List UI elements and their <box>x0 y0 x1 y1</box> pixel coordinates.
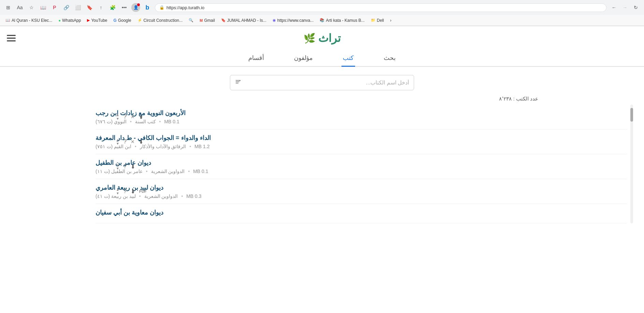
tab-authors[interactable]: مؤلفون <box>293 50 314 67</box>
search-input[interactable] <box>245 80 409 86</box>
read-mode-icon[interactable]: Aa <box>15 3 25 12</box>
extensions-icon[interactable]: 🧩 <box>108 3 117 12</box>
tab-search[interactable]: بحث <box>382 50 397 67</box>
download-button[interactable]: ⬇ <box>131 163 135 170</box>
bookmark-kamus[interactable]: 📚 Arti kata - Kamus B... <box>317 17 367 24</box>
share-icon[interactable]: ↑ <box>96 3 106 12</box>
bing-icon[interactable]: b <box>143 3 152 12</box>
up-arrow[interactable]: ▲ <box>116 188 119 191</box>
kamus-icon: 📚 <box>320 18 324 22</box>
collections-icon[interactable]: 🔗 <box>61 3 71 12</box>
browser-titlebar: ← → ↻ 🔒 https://app.turath.io ⊞ Aa ☆ 📖 P… <box>0 0 644 15</box>
tab-categories[interactable]: أقسام <box>247 50 265 67</box>
search-box-container <box>230 75 414 90</box>
book-item: ديوان عامر بن الطفيل 0.1 MB • الدواوين ا… <box>96 154 627 179</box>
circuit-icon: ⚡ <box>137 18 142 22</box>
book-item: ديوان معاوية بن أبي سفيان <box>96 204 627 223</box>
bookmark-google[interactable]: G Google <box>111 17 134 24</box>
hamburger-menu[interactable] <box>7 35 16 42</box>
back-button[interactable]: ← <box>609 3 619 12</box>
bookmark-label: JUMAL AHMAD - Is... <box>227 18 266 23</box>
page-content: تراث 🌿 بحث كتب مؤلفون أقسام <box>0 26 644 313</box>
up-down-arrows: ▲ ▼ <box>116 188 119 195</box>
bookmarks-more[interactable]: › <box>387 17 394 24</box>
download-button[interactable]: ⬇ <box>139 139 143 145</box>
search-area <box>0 67 644 94</box>
book-title[interactable]: الداء والدواء = الجواب الكافي - ط دار ال… <box>96 134 211 142</box>
bookmark-dell[interactable]: 📁 Dell <box>368 17 387 24</box>
youtube-icon: ▶ <box>87 18 90 22</box>
split-icon[interactable]: ⬜ <box>73 3 83 12</box>
bookmark-jumal[interactable]: 🔖 JUMAL AHMAD - Is... <box>218 17 269 24</box>
separator: • <box>181 193 183 199</box>
bookmark-gmail[interactable]: M Gmail <box>197 17 218 24</box>
info-button[interactable]: ? <box>123 163 127 170</box>
favorites-icon[interactable]: ☆ <box>27 3 36 12</box>
bookmark-label: Gmail <box>204 18 215 23</box>
down-arrow[interactable]: ▼ <box>116 117 119 121</box>
book-title[interactable]: ديوان معاوية بن أبي سفيان <box>96 209 163 216</box>
info-button[interactable]: ? <box>123 139 127 145</box>
nav-tabs: بحث كتب مؤلفون أقسام <box>0 50 644 67</box>
book-item-inner: الأربعون النووية مع زيادات ابن رجب 0.1 M… <box>96 109 627 124</box>
download-button[interactable]: ⬇ <box>139 114 143 120</box>
remove-button[interactable]: ✕ <box>131 139 135 144</box>
bookmark-icon[interactable]: 🔖 <box>85 3 94 12</box>
bookmarks-bar: 📖 Al Quran - KSU Elec... ● WhatsApp ▶ Yo… <box>0 15 644 26</box>
scrollbar-thumb[interactable] <box>630 108 633 122</box>
up-arrow[interactable]: ▲ <box>116 163 119 167</box>
book-meta: 0.1 MB • الدواوين الشعرية • عامر بن الطف… <box>96 169 208 174</box>
search-bookmark-icon: 🔍 <box>189 18 193 22</box>
bookmark-search[interactable]: 🔍 <box>186 17 196 24</box>
bookmark-al-quran[interactable]: 📖 Al Quran - KSU Elec... <box>3 17 55 24</box>
bookmark-whatsapp[interactable]: ● WhatsApp <box>56 17 84 24</box>
book-category: الدواوين الشعرية <box>144 193 178 199</box>
bookmark-circuit[interactable]: ⚡ Circuit Construction... <box>135 17 186 24</box>
tab-books[interactable]: كتب <box>341 50 355 67</box>
forward-button[interactable]: → <box>620 3 630 12</box>
info-button[interactable]: ? <box>123 188 127 194</box>
turath-leaf-icon: 🌿 <box>304 33 316 44</box>
bookmark-canva[interactable]: ◉ https://www.canva... <box>270 17 317 24</box>
lock-icon: 🔒 <box>159 5 164 10</box>
book-actions: ▲ ▼ ? ⬇ PDF <box>116 188 147 195</box>
profile-icon[interactable]: 👤 <box>131 3 141 12</box>
up-arrow[interactable]: ▲ <box>116 113 119 117</box>
bookmark-youtube[interactable]: ▶ YouTube <box>84 17 110 24</box>
up-arrow[interactable]: ▲ <box>116 138 119 142</box>
hamburger-line-1 <box>7 35 16 36</box>
pinterest-icon[interactable]: P <box>50 3 59 12</box>
separator: • <box>146 169 148 174</box>
bookmark-label: YouTube <box>91 18 107 23</box>
pdf-label[interactable]: PDF <box>139 189 147 193</box>
ebook-icon[interactable]: 📖 <box>38 3 48 12</box>
site-title: تراث <box>318 32 341 45</box>
info-button[interactable]: ? <box>123 114 127 120</box>
tab-grid-icon[interactable]: ⊞ <box>3 3 13 12</box>
book-item-inner: الداء والدواء = الجواب الكافي - ط دار ال… <box>96 134 627 149</box>
browser-toolbar-icons: ⊞ Aa ☆ 📖 P 🔗 ⬜ 🔖 ↑ 🧩 ••• 👤 b <box>3 3 152 12</box>
bookmark-label: Al Quran - KSU Elec... <box>12 18 52 23</box>
filter-icon[interactable] <box>235 79 241 87</box>
separator: • <box>159 119 161 124</box>
book-item-inner: ديوان لبيد بن ربيعة العامري 0.3 MB • الد… <box>96 184 627 199</box>
down-arrow[interactable]: ▼ <box>116 167 119 170</box>
down-arrow[interactable]: ▼ <box>116 191 119 195</box>
down-arrow[interactable]: ▼ <box>116 142 119 145</box>
scrollbar-track[interactable] <box>630 105 633 223</box>
bookmark-label: Google <box>118 18 131 23</box>
book-meta: 0.3 MB • الدواوين الشعرية • لبيد بن ربيع… <box>96 193 202 199</box>
address-bar[interactable]: 🔒 https://app.turath.io <box>155 3 606 12</box>
book-category: الدواوين الشعرية <box>151 169 185 174</box>
reload-button[interactable]: ↻ <box>631 3 641 12</box>
book-actions: ▲ ▼ ? ⬇ <box>116 163 135 170</box>
hamburger-line-3 <box>7 41 16 42</box>
download-button[interactable]: ⬇ <box>131 188 135 195</box>
site-header: تراث 🌿 <box>0 26 644 50</box>
remove-button[interactable]: ✕ <box>131 114 135 120</box>
more-menu-icon[interactable]: ••• <box>119 3 129 12</box>
book-item: الداء والدواء = الجواب الكافي - ط دار ال… <box>96 129 627 154</box>
site-logo: تراث 🌿 <box>304 32 341 45</box>
book-size: 0.1 MB <box>164 119 179 124</box>
url-text: https://app.turath.io <box>166 5 602 10</box>
